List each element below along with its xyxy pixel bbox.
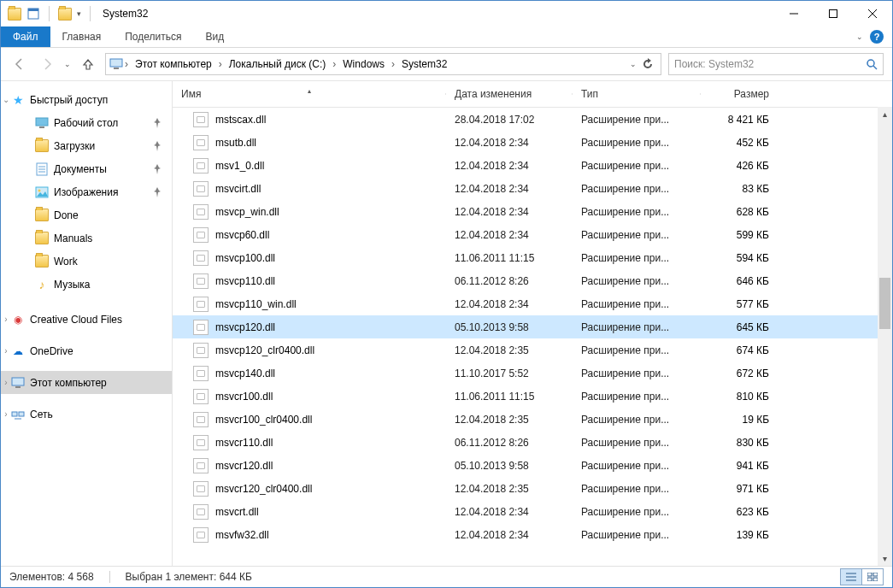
crumb-c-drive[interactable]: Локальный диск (C:) bbox=[224, 54, 332, 74]
chevron-right-icon[interactable]: › bbox=[123, 58, 130, 70]
onedrive-icon: ☁ bbox=[11, 344, 25, 358]
maximize-button[interactable] bbox=[814, 1, 853, 26]
file-type: Расширение при... bbox=[573, 298, 701, 310]
chevron-right-icon[interactable]: › bbox=[1, 409, 11, 419]
sidebar-this-pc[interactable]: › Этот компьютер bbox=[1, 371, 172, 394]
dll-file-icon bbox=[193, 343, 209, 358]
sidebar-item[interactable]: ♪Музыка bbox=[1, 273, 172, 296]
table-row[interactable]: msvcrt.dll12.04.2018 2:34Расширение при.… bbox=[173, 500, 892, 523]
table-row[interactable]: msvcp120.dll05.10.2013 9:58Расширение пр… bbox=[173, 315, 892, 338]
table-row[interactable]: msvfw32.dll12.04.2018 2:34Расширение при… bbox=[173, 523, 892, 546]
crumb-system32[interactable]: System32 bbox=[397, 54, 452, 74]
view-icons-button[interactable] bbox=[861, 568, 884, 585]
chevron-right-icon[interactable]: › bbox=[1, 346, 11, 356]
search-placeholder: Поиск: System32 bbox=[674, 58, 866, 70]
crumb-windows[interactable]: Windows bbox=[338, 54, 390, 74]
file-type: Расширение при... bbox=[573, 137, 701, 149]
tab-share[interactable]: Поделиться bbox=[113, 26, 193, 47]
breadcrumb[interactable]: › Этот компьютер › Локальный диск (C:) ›… bbox=[105, 53, 661, 75]
folder-icon[interactable] bbox=[58, 7, 72, 21]
table-row[interactable]: msvcr100_clr0400.dll12.04.2018 2:35Расши… bbox=[173, 408, 892, 431]
chevron-down-icon[interactable]: ⌄ bbox=[1, 95, 11, 104]
folder-icon bbox=[35, 139, 49, 153]
view-details-button[interactable] bbox=[840, 568, 862, 585]
table-row[interactable]: msutb.dll12.04.2018 2:34Расширение при..… bbox=[173, 131, 892, 154]
file-size: 83 КБ bbox=[701, 183, 786, 195]
chevron-right-icon[interactable]: › bbox=[1, 315, 11, 324]
file-size: 623 КБ bbox=[701, 506, 786, 518]
table-row[interactable]: msvcr110.dll06.11.2012 8:26Расширение пр… bbox=[173, 431, 892, 454]
search-icon[interactable] bbox=[866, 58, 878, 70]
vertical-scrollbar[interactable]: ▴ ▾ bbox=[878, 107, 892, 566]
scroll-thumb[interactable] bbox=[879, 278, 890, 329]
table-row[interactable]: msvcp140.dll11.10.2017 5:52Расширение пр… bbox=[173, 362, 892, 385]
table-row[interactable]: msvcp110_win.dll12.04.2018 2:34Расширени… bbox=[173, 292, 892, 315]
crumb-this-pc[interactable]: Этот компьютер bbox=[130, 54, 217, 74]
column-headers: ▴ Имя Дата изменения Тип Размер bbox=[173, 81, 892, 108]
file-date: 12.04.2018 2:34 bbox=[446, 183, 573, 195]
table-row[interactable]: msvcp100.dll11.06.2011 11:15Расширение п… bbox=[173, 246, 892, 269]
sidebar-item[interactable]: Изображения bbox=[1, 180, 172, 203]
file-name: msvcp110_win.dll bbox=[215, 298, 297, 310]
file-date: 12.04.2018 2:35 bbox=[446, 414, 573, 426]
table-row[interactable]: mstscax.dll28.04.2018 17:02Расширение пр… bbox=[173, 108, 892, 131]
file-type: Расширение при... bbox=[573, 275, 701, 287]
chevron-right-icon[interactable]: › bbox=[217, 58, 224, 70]
back-button[interactable] bbox=[9, 54, 30, 74]
table-row[interactable]: msvcr120_clr0400.dll12.04.2018 2:35Расши… bbox=[173, 477, 892, 500]
column-type[interactable]: Тип bbox=[573, 88, 701, 100]
folder-icon: ♪ bbox=[35, 278, 49, 291]
chevron-right-icon[interactable]: › bbox=[331, 58, 338, 70]
file-type: Расширение при... bbox=[573, 344, 701, 356]
qat-dropdown-icon[interactable]: ▾ bbox=[77, 9, 81, 18]
breadcrumb-dropdown-icon[interactable]: ⌄ bbox=[630, 60, 637, 68]
scroll-up-icon[interactable]: ▴ bbox=[878, 107, 892, 121]
help-icon[interactable]: ? bbox=[870, 30, 884, 44]
minimize-button[interactable] bbox=[774, 1, 814, 26]
sidebar-creative-cloud[interactable]: › ◉ Creative Cloud Files bbox=[1, 308, 172, 331]
close-button[interactable] bbox=[853, 1, 892, 26]
file-name: msvcirt.dll bbox=[215, 183, 261, 195]
sidebar-onedrive[interactable]: › ☁ OneDrive bbox=[1, 339, 172, 362]
refresh-icon[interactable] bbox=[642, 58, 654, 70]
column-name[interactable]: ▴ Имя bbox=[173, 88, 446, 100]
sidebar-network[interactable]: › Сеть bbox=[1, 403, 172, 426]
sidebar-item[interactable]: Manuals bbox=[1, 226, 172, 250]
table-row[interactable]: msvcirt.dll12.04.2018 2:34Расширение при… bbox=[173, 177, 892, 200]
sidebar-item[interactable]: Документы bbox=[1, 157, 172, 180]
table-row[interactable]: msvcr120.dll05.10.2013 9:58Расширение пр… bbox=[173, 454, 892, 477]
file-date: 11.10.2017 5:52 bbox=[446, 368, 573, 379]
column-date[interactable]: Дата изменения bbox=[446, 88, 573, 100]
sidebar-quick-access[interactable]: ⌄ ★ Быстрый доступ bbox=[1, 88, 172, 111]
table-row[interactable]: msvcp110.dll06.11.2012 8:26Расширение пр… bbox=[173, 269, 892, 292]
table-row[interactable]: msvcp_win.dll12.04.2018 2:34Расширение п… bbox=[173, 200, 892, 223]
svg-line-9 bbox=[873, 66, 877, 69]
sidebar-item[interactable]: Done bbox=[1, 203, 172, 226]
tab-home[interactable]: Главная bbox=[50, 26, 114, 47]
table-row[interactable]: msvcr100.dll11.06.2011 11:15Расширение п… bbox=[173, 385, 892, 408]
ribbon-expand-icon[interactable]: ⌄ bbox=[856, 32, 863, 41]
search-input[interactable]: Поиск: System32 bbox=[668, 53, 884, 75]
properties-icon[interactable] bbox=[26, 7, 40, 21]
table-row[interactable]: msvcp120_clr0400.dll12.04.2018 2:35Расши… bbox=[173, 338, 892, 362]
sidebar-item[interactable]: Загрузки bbox=[1, 134, 172, 157]
scroll-down-icon[interactable]: ▾ bbox=[878, 551, 892, 566]
svg-rect-27 bbox=[873, 573, 878, 576]
dll-file-icon bbox=[193, 366, 209, 381]
dll-file-icon bbox=[193, 135, 209, 150]
table-row[interactable]: msv1_0.dll12.04.2018 2:34Расширение при.… bbox=[173, 154, 892, 177]
forward-button[interactable] bbox=[37, 54, 57, 74]
sidebar-item[interactable]: Work bbox=[1, 250, 172, 273]
pin-icon bbox=[153, 141, 162, 151]
up-button[interactable] bbox=[78, 54, 98, 74]
tab-file[interactable]: Файл bbox=[1, 26, 50, 47]
tab-view[interactable]: Вид bbox=[193, 26, 236, 47]
table-row[interactable]: msvcp60.dll12.04.2018 2:34Расширение при… bbox=[173, 223, 892, 246]
history-dropdown-icon[interactable]: ⌄ bbox=[64, 60, 71, 68]
column-size[interactable]: Размер bbox=[701, 88, 786, 100]
file-name: msvcrt.dll bbox=[215, 506, 259, 518]
pin-icon bbox=[153, 187, 162, 197]
sidebar-item[interactable]: Рабочий стол bbox=[1, 111, 172, 134]
chevron-right-icon[interactable]: › bbox=[1, 378, 11, 387]
chevron-right-icon[interactable]: › bbox=[390, 58, 397, 70]
